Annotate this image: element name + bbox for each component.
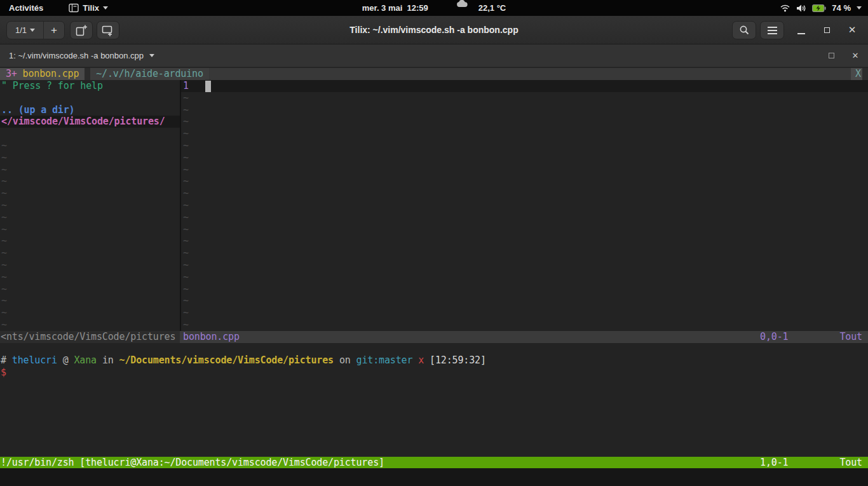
wifi-icon bbox=[780, 4, 790, 12]
session-counter-button[interactable]: 1/1 bbox=[7, 22, 44, 39]
search-icon bbox=[739, 25, 750, 36]
vim-tilde-line: ~ bbox=[183, 152, 189, 164]
vim-tilde-line: ~ bbox=[183, 187, 189, 199]
battery-percent-label: 74 % bbox=[832, 3, 851, 13]
statusline-ruler: 0,0-1 bbox=[760, 331, 788, 343]
tabline-end bbox=[862, 68, 868, 80]
minimize-button[interactable] bbox=[792, 16, 811, 44]
split-right-icon bbox=[75, 24, 88, 37]
tab-filename: bonbon.cpp bbox=[23, 68, 79, 79]
vim-tilde-line: ~ bbox=[1, 164, 7, 176]
vim-tilde-line: ~ bbox=[1, 307, 7, 319]
gnome-top-bar: Activités Tilix mer. 3 mai 12:59 bbox=[0, 0, 868, 16]
window-bottom-edge bbox=[0, 468, 868, 486]
tilix-app-icon bbox=[69, 3, 79, 13]
statusline-filename: bonbon.cpp bbox=[183, 331, 240, 343]
nerdtree-root[interactable]: </vimscode/VimsCode/pictures/ bbox=[1, 116, 165, 128]
terminal-title-label: 1: ~/.vim/vimscode.sh -a bonbon.cpp bbox=[9, 51, 144, 60]
vim-line-number: 1 bbox=[183, 80, 189, 92]
prompt-hash: # bbox=[1, 354, 12, 366]
app-menu-tilix[interactable]: Tilix bbox=[69, 0, 108, 16]
vim-tilde-line: ~ bbox=[183, 212, 189, 224]
vim-tilde-line: ~ bbox=[183, 224, 189, 236]
system-status-area[interactable]: 74 % bbox=[780, 0, 862, 16]
vim-tilde-line: ~ bbox=[1, 187, 7, 199]
prompt-user: thelucri bbox=[12, 354, 57, 366]
vim-tab-close[interactable]: X bbox=[851, 68, 862, 80]
split-terminal-down-button[interactable] bbox=[97, 21, 119, 39]
vim-tilde-line: ~ bbox=[1, 152, 7, 164]
prompt-git-branch: git:master bbox=[356, 354, 413, 366]
terminal-title-dropdown[interactable]: 1: ~/.vim/vimscode.sh -a bonbon.cpp bbox=[9, 44, 154, 67]
prompt-host: Xana bbox=[74, 354, 97, 366]
nerdtree-up-dir[interactable]: .. (up a dir) bbox=[1, 104, 74, 116]
vim-tab-inactive[interactable]: ~/.v/h/aide-arduino bbox=[90, 68, 209, 80]
prompt-time: [12:59:32] bbox=[430, 354, 486, 366]
vim-tilde-line: ~ bbox=[1, 212, 7, 224]
terminal-area[interactable]: 3+bonbon.cpp ~/.v/h/aide-arduino X " Pre… bbox=[0, 67, 868, 486]
shell-prompt-char: $ bbox=[1, 367, 6, 379]
split-down-icon bbox=[102, 24, 114, 37]
status-bar-ruler: 1,0-1 bbox=[760, 457, 788, 469]
statusline-scroll-position: Tout bbox=[839, 331, 862, 343]
vim-tilde-line: ~ bbox=[183, 247, 189, 259]
vim-window-separator bbox=[180, 80, 181, 331]
maximize-icon bbox=[824, 27, 830, 33]
vim-tilde-line: ~ bbox=[183, 164, 189, 176]
vim-tilde-line: ~ bbox=[183, 92, 189, 104]
vim-tilde-line: ~ bbox=[183, 116, 189, 128]
tilix-header-bar: 1/1 + Tilix: ~/.vim/vimscode.sh -a bonbo… bbox=[0, 16, 868, 44]
statusline-left-path: <nts/vimscode/VimsCode/pictures bbox=[1, 331, 175, 343]
maximize-button[interactable] bbox=[817, 16, 836, 44]
temperature-label: 22,1 °C bbox=[478, 3, 506, 13]
search-button[interactable] bbox=[732, 21, 756, 39]
close-icon: ✕ bbox=[848, 24, 857, 36]
vim-tilde-line: ~ bbox=[1, 295, 7, 307]
status-bar-text: !/usr/bin/zsh [thelucri@Xana:~/Documents… bbox=[1, 457, 384, 469]
vim-tilde-line: ~ bbox=[1, 224, 7, 236]
activities-label: Activités bbox=[9, 3, 43, 13]
new-session-label: + bbox=[51, 24, 57, 37]
clock[interactable]: mer. 3 mai 12:59 bbox=[362, 3, 428, 13]
vim-tilde-line: ~ bbox=[1, 283, 7, 295]
vim-tabline: 3+bonbon.cpp ~/.v/h/aide-arduino X bbox=[0, 68, 868, 80]
terminal-title-bar: 1: ~/.vim/vimscode.sh -a bonbon.cpp ✕ bbox=[0, 44, 868, 67]
vim-tilde-line: ~ bbox=[183, 235, 189, 247]
vim-tilde-line: ~ bbox=[183, 319, 189, 331]
close-window-button[interactable]: ✕ bbox=[843, 16, 862, 44]
close-pane-button[interactable]: ✕ bbox=[847, 44, 864, 67]
vim-tilde-line: ~ bbox=[1, 319, 7, 331]
vim-tilde-line: ~ bbox=[183, 259, 189, 271]
session-controls-group: 1/1 + bbox=[6, 21, 65, 39]
tabline-fill bbox=[209, 68, 851, 80]
vim-tilde-line: ~ bbox=[1, 259, 7, 271]
vim-tab-active[interactable]: 3+bonbon.cpp bbox=[0, 68, 85, 80]
vim-tilde-line: ~ bbox=[183, 295, 189, 307]
activities-button[interactable]: Activités bbox=[9, 0, 43, 16]
prompt-path: ~/Documents/vimscode/VimsCode/pictures bbox=[119, 354, 334, 366]
vim-tilde-line: ~ bbox=[183, 283, 189, 295]
vim-tilde-line: ~ bbox=[183, 104, 189, 116]
vim-tilde-line: ~ bbox=[1, 140, 7, 152]
session-counter-label: 1/1 bbox=[15, 25, 27, 35]
nerdtree-help-line: " Press ? for help bbox=[1, 80, 103, 92]
maximize-pane-button[interactable] bbox=[823, 44, 839, 67]
vim-tilde-line: ~ bbox=[1, 247, 7, 259]
weather-indicator[interactable]: 22,1 °C bbox=[456, 0, 506, 16]
menu-button[interactable] bbox=[760, 21, 784, 39]
vim-tilde-line: ~ bbox=[183, 199, 189, 212]
split-terminal-right-button[interactable] bbox=[70, 21, 93, 39]
minimize-icon bbox=[797, 33, 805, 34]
prompt-at: @ bbox=[57, 354, 74, 366]
vim-tilde-line: ~ bbox=[1, 175, 7, 187]
terminal-status-bar: !/usr/bin/zsh [thelucri@Xana:~/Documents… bbox=[0, 457, 868, 469]
new-session-button[interactable]: + bbox=[44, 22, 64, 39]
shell-prompt-line: # thelucri @ Xana in ~/Documents/vimscod… bbox=[1, 354, 486, 367]
vim-tilde-line: ~ bbox=[183, 307, 189, 319]
chevron-down-icon bbox=[149, 54, 154, 57]
chevron-down-icon bbox=[103, 6, 108, 10]
chevron-down-icon bbox=[30, 29, 35, 32]
vim-tilde-line: ~ bbox=[183, 175, 189, 187]
prompt-git-dirty: x bbox=[412, 354, 430, 366]
battery-charging-icon bbox=[812, 4, 826, 12]
